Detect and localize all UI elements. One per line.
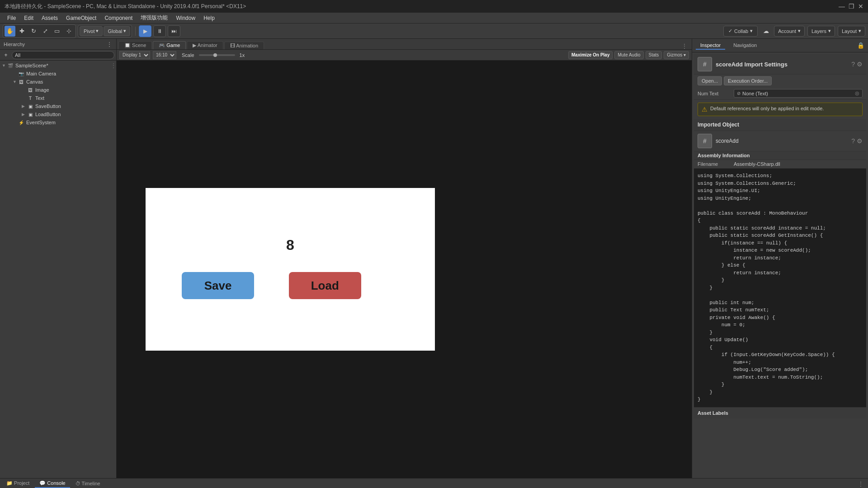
savebutton-label: SaveButton xyxy=(35,103,61,109)
menu-component[interactable]: Component xyxy=(101,14,136,22)
hierarchy-add-button[interactable]: + xyxy=(2,51,10,59)
tab-navigation[interactable]: Navigation xyxy=(729,42,761,50)
open-button[interactable]: Open... xyxy=(698,76,722,85)
pause-button[interactable]: ⏸ xyxy=(153,25,166,37)
menu-enhance[interactable]: 增强版功能 xyxy=(137,13,171,23)
console-menu-icon[interactable]: ⋮ xyxy=(855,481,866,487)
close-button[interactable]: ✕ xyxy=(858,3,863,10)
menu-edit[interactable]: Edit xyxy=(20,14,37,22)
warning-text: Default references will only be applied … xyxy=(710,106,824,111)
eventsystem-label: EventSystem xyxy=(26,120,56,125)
scene-label: SampleScene* xyxy=(15,63,48,68)
help-icon[interactable]: ? xyxy=(851,61,855,68)
maximize-on-play-button[interactable]: Maximize On Play xyxy=(568,51,613,59)
menu-gameobject[interactable]: GameObject xyxy=(62,14,100,22)
gizmos-button[interactable]: Gizmos ▾ xyxy=(664,51,689,59)
tool-rotate[interactable]: ↻ xyxy=(28,26,39,37)
tab-animation[interactable]: 🎞 Animation xyxy=(224,42,264,49)
hierarchy-search-input[interactable] xyxy=(12,51,114,59)
imported-object-row: # scoreAdd ? ⚙ xyxy=(694,131,866,151)
warning-box: ⚠ Default references will only be applie… xyxy=(698,103,863,116)
global-button[interactable]: Global ▾ xyxy=(104,26,130,36)
window-controls[interactable]: — ❐ ✕ xyxy=(839,3,863,10)
minimize-button[interactable]: — xyxy=(839,3,845,10)
imported-help-icon[interactable]: ? xyxy=(851,137,855,145)
transform-tools: ✋ ✚ ↻ ⤢ ▭ ⊹ xyxy=(3,24,76,38)
tab-game[interactable]: 🎮 Game xyxy=(153,41,186,49)
step-button[interactable]: ⏭ xyxy=(168,25,180,37)
tool-move[interactable]: ✚ xyxy=(16,26,27,37)
script-icon: # xyxy=(698,57,712,71)
hierarchy-item-loadbutton[interactable]: ▶ ▣ LoadButton xyxy=(0,110,116,118)
pivot-button[interactable]: Pivot ▾ xyxy=(80,26,103,36)
tool-scale[interactable]: ⤢ xyxy=(40,26,51,37)
play-button[interactable]: ▶ xyxy=(139,25,151,37)
hierarchy-item-eventsystem[interactable]: ⚡ EventSystem xyxy=(0,118,116,127)
display-select[interactable]: Display 1 xyxy=(119,51,150,59)
menu-window[interactable]: Window xyxy=(172,14,199,22)
game-tabs: 🔲 Scene 🎮 Game ▶ Animator 🎞 Animation ⋮ xyxy=(117,39,692,50)
layout-button[interactable]: Layout ▾ xyxy=(838,26,865,37)
text-label: Text xyxy=(35,95,44,101)
assembly-info-header: Assembly Information xyxy=(694,151,866,160)
hierarchy-menu-icon[interactable]: ⋮ xyxy=(106,41,113,48)
hierarchy-item-savebutton[interactable]: ▶ ▣ SaveButton xyxy=(0,102,116,110)
num-text-value[interactable]: ⊘ None (Text) ◎ xyxy=(734,89,863,98)
hierarchy-item-maincamera[interactable]: 📷 Main Camera xyxy=(0,70,116,78)
hierarchy-item-text[interactable]: T Text xyxy=(0,94,116,102)
tab-timeline[interactable]: ⏱ Timeline xyxy=(71,480,105,488)
game-save-button[interactable]: Save xyxy=(182,272,254,299)
game-load-button[interactable]: Load xyxy=(289,272,361,299)
main-layout: Hierarchy ⋮ + ▼ 🎬 SampleScene* ⋮ 📷 Main … xyxy=(0,39,868,478)
loadbutton-label: LoadButton xyxy=(35,112,61,117)
camera-label: Main Camera xyxy=(26,71,56,76)
num-text-label: Num Text xyxy=(698,91,734,96)
stats-button[interactable]: Stats xyxy=(646,51,662,59)
mute-audio-button[interactable]: Mute Audio xyxy=(614,51,643,59)
menu-file[interactable]: File xyxy=(4,14,19,22)
hierarchy-item-canvas[interactable]: ▼ 🖼 Canvas xyxy=(0,78,116,86)
tab-scene[interactable]: 🔲 Scene xyxy=(118,41,152,49)
tool-hand[interactable]: ✋ xyxy=(5,26,15,37)
menu-help[interactable]: Help xyxy=(200,14,218,22)
tab-inspector[interactable]: Inspector xyxy=(696,42,725,50)
tab-project[interactable]: 📁 Project xyxy=(2,479,34,488)
hierarchy-item-image[interactable]: 🖼 Image xyxy=(0,86,116,94)
toolbar-right: ✓ Collab ▾ ☁ Account ▾ Layers ▾ Layout ▾ xyxy=(723,26,865,37)
project-icon: 📁 xyxy=(6,480,13,486)
scene-menu[interactable]: ⋮ xyxy=(111,62,116,69)
settings-icon[interactable]: ⚙ xyxy=(857,61,863,68)
warning-icon: ⚠ xyxy=(702,106,708,113)
code-block: using System.Collections; using System.C… xyxy=(694,169,866,407)
tab-console[interactable]: 💬 Console xyxy=(35,479,70,488)
window-title: 本地路径持久化 - SampleScene - PC, Mac & Linux … xyxy=(5,3,246,10)
script-name-container: scoreAdd Import Settings xyxy=(716,61,848,68)
layers-button[interactable]: Layers ▾ xyxy=(807,26,835,37)
imported-settings-icon[interactable]: ⚙ xyxy=(857,137,863,145)
hierarchy-item-scene[interactable]: ▼ 🎬 SampleScene* ⋮ xyxy=(0,61,116,70)
resolution-select[interactable]: 16:10 xyxy=(153,51,176,59)
execution-order-button[interactable]: Execution Order... xyxy=(724,76,772,85)
scene-icon: 🎬 xyxy=(7,62,14,69)
toolbar: ✋ ✚ ↻ ⤢ ▭ ⊹ Pivot ▾ Global ▾ ▶ ⏸ ⏭ ✓ Col… xyxy=(0,23,868,39)
loadbutton-icon: ▣ xyxy=(27,111,33,117)
scale-slider[interactable] xyxy=(199,54,235,56)
num-text-row: Num Text ⊘ None (Text) ◎ xyxy=(694,87,866,100)
account-button[interactable]: Account ▾ xyxy=(774,26,805,37)
cloud-button[interactable]: ☁ xyxy=(760,26,771,37)
tab-animator[interactable]: ▶ Animator xyxy=(187,41,223,49)
collab-button[interactable]: ✓ Collab ▾ xyxy=(723,26,758,37)
circle-icon[interactable]: ◎ xyxy=(855,90,859,96)
tool-rect[interactable]: ▭ xyxy=(52,26,62,37)
canvas-label: Canvas xyxy=(26,79,43,84)
game-tab-menu[interactable]: ⋮ xyxy=(679,43,690,49)
inspector-buttons: Open... Execution Order... xyxy=(694,75,866,87)
maximize-button[interactable]: ❐ xyxy=(849,3,854,10)
inspector-content: # scoreAdd Import Settings ? ⚙ Open... E… xyxy=(692,52,868,478)
tool-transform[interactable]: ⊹ xyxy=(63,26,74,37)
script-name: scoreAdd Import Settings xyxy=(716,61,848,68)
lock-icon[interactable]: 🔒 xyxy=(857,42,864,49)
menu-assets[interactable]: Assets xyxy=(38,14,61,22)
pivot-global-tools: Pivot ▾ Global ▾ xyxy=(78,25,132,38)
toolbar-sep-1 xyxy=(135,27,136,36)
